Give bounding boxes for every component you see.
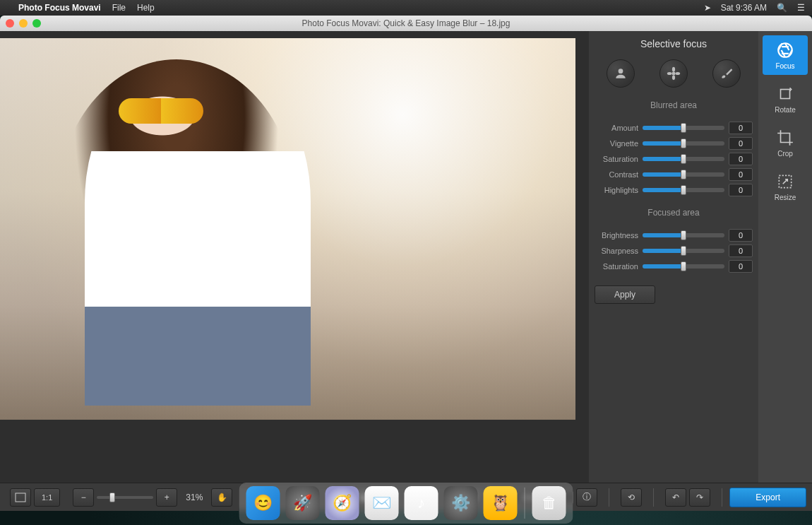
menubar-clock[interactable]: Sat 9:36 AM <box>721 3 767 13</box>
menubar-item-file[interactable]: File <box>112 3 126 13</box>
spotlight-icon[interactable]: 🔍 <box>777 3 787 13</box>
svg-point-1 <box>671 72 675 76</box>
macos-menubar: Photo Focus Movavi File Help ➤ Sat 9:36 … <box>0 0 812 16</box>
mode-brush-button[interactable] <box>712 59 741 88</box>
blurred-value-contrast[interactable]: 0 <box>729 168 753 181</box>
tool-crop[interactable]: Crop <box>763 123 808 163</box>
person-icon <box>614 66 628 81</box>
dock-divider <box>525 488 525 519</box>
blurred-label-saturation: Saturation <box>595 155 638 163</box>
right-panel: Selective focus Blurred area Amount0Vign… <box>589 31 758 483</box>
blurred-slider-contrast[interactable] <box>643 172 724 177</box>
dock-app-mail[interactable]: ✉️ <box>365 486 399 520</box>
blurred-row-saturation: Saturation0 <box>595 153 753 165</box>
tool-resize[interactable]: Resize <box>763 167 808 206</box>
panel-title: Selective focus <box>595 38 753 49</box>
blurred-row-highlights: Highlights0 <box>595 184 753 196</box>
focused-row-saturation: Saturation0 <box>595 260 753 273</box>
focused-slider-brightness[interactable] <box>643 233 724 237</box>
svg-point-3 <box>672 76 675 81</box>
zoom-in-icon: + <box>165 492 169 502</box>
location-icon[interactable]: ➤ <box>704 3 711 13</box>
dock-trash[interactable]: 🗑 <box>532 486 566 520</box>
focused-value-sharpness[interactable]: 0 <box>729 244 753 257</box>
svg-point-5 <box>675 72 680 75</box>
hand-icon: ✋ <box>217 492 227 502</box>
blurred-row-vignette: Vignette0 <box>595 137 753 150</box>
blurred-slider-amount[interactable] <box>643 126 724 130</box>
mode-macro-button[interactable] <box>659 59 688 88</box>
zoom-out-icon: − <box>81 492 86 502</box>
tool-strip: Focus Rotate Crop Resize <box>758 31 812 483</box>
blurred-value-vignette[interactable]: 0 <box>729 137 753 150</box>
blurred-label-amount: Amount <box>595 124 638 132</box>
dock-app-finder[interactable]: 😊 <box>246 486 280 520</box>
menubar-app-name[interactable]: Photo Focus Movavi <box>18 3 101 13</box>
window-close-button[interactable] <box>6 19 14 28</box>
blurred-label-vignette: Vignette <box>595 139 638 148</box>
flower-icon <box>667 66 681 81</box>
section-blurred-heading: Blurred area <box>595 100 753 110</box>
focused-row-sharpness: Sharpness0 <box>595 244 753 257</box>
blurred-label-highlights: Highlights <box>595 186 638 194</box>
apply-button[interactable]: Apply <box>595 285 655 304</box>
dock-app-safari[interactable]: 🧭 <box>326 486 359 520</box>
tool-focus-label: Focus <box>775 62 794 70</box>
brush-icon <box>720 66 734 81</box>
photo-canvas[interactable] <box>0 38 575 420</box>
svg-point-4 <box>667 72 672 75</box>
tool-crop-label: Crop <box>777 150 793 158</box>
pan-hand-button[interactable]: ✋ <box>211 488 232 507</box>
aperture-icon <box>776 41 794 59</box>
undo-icon: ↶ <box>672 492 679 502</box>
redo-button[interactable]: ↷ <box>689 488 710 507</box>
app-window: Photo Focus Movavi: Quick & Easy Image B… <box>0 16 812 511</box>
mode-portrait-button[interactable] <box>607 59 635 88</box>
focused-value-brightness[interactable]: 0 <box>729 229 753 242</box>
actual-size-button[interactable]: 1:1 <box>34 488 60 507</box>
fit-screen-button[interactable] <box>10 488 31 507</box>
focused-value-saturation[interactable]: 0 <box>729 260 753 273</box>
crop-icon <box>776 129 794 147</box>
dock-app-owl[interactable]: 🦉 <box>484 486 518 520</box>
info-icon: ⓘ <box>583 491 591 503</box>
tool-focus[interactable]: Focus <box>763 35 808 75</box>
canvas-area[interactable] <box>0 31 589 483</box>
tool-resize-label: Resize <box>775 194 796 201</box>
blurred-row-contrast: Contrast0 <box>595 168 753 181</box>
zoom-slider[interactable] <box>97 496 153 499</box>
blurred-value-saturation[interactable]: 0 <box>729 153 753 165</box>
menu-list-icon[interactable]: ☰ <box>797 3 805 13</box>
zoom-in-button[interactable]: + <box>156 488 177 507</box>
tool-rotate[interactable]: Rotate <box>763 79 808 119</box>
window-zoom-button[interactable] <box>32 19 41 28</box>
section-focused-heading: Focused area <box>595 208 753 218</box>
fit-icon <box>15 492 26 502</box>
blurred-slider-vignette[interactable] <box>643 141 724 146</box>
revert-icon: ⟲ <box>628 492 635 502</box>
blurred-slider-saturation[interactable] <box>643 157 724 161</box>
macos-dock: 😊 🚀 🧭 ✉️ ♪ ⚙️ 🦉 🗑 <box>239 483 573 524</box>
blurred-value-amount[interactable]: 0 <box>729 122 753 134</box>
info-button[interactable]: ⓘ <box>576 488 597 507</box>
focused-slider-saturation[interactable] <box>643 264 724 269</box>
dock-app-launchpad[interactable]: 🚀 <box>286 486 320 520</box>
blurred-slider-highlights[interactable] <box>643 188 724 192</box>
menubar-item-help[interactable]: Help <box>137 3 155 13</box>
blurred-label-contrast: Contrast <box>595 170 638 179</box>
focused-slider-sharpness[interactable] <box>643 249 724 253</box>
blurred-value-highlights[interactable]: 0 <box>729 184 753 196</box>
dock-app-music[interactable]: ♪ <box>405 486 438 520</box>
window-title: Photo Focus Movavi: Quick & Easy Image B… <box>0 18 812 28</box>
export-button[interactable]: Export <box>729 488 806 507</box>
window-minimize-button[interactable] <box>19 19 28 28</box>
rotate-icon <box>776 85 794 103</box>
zoom-out-button[interactable]: − <box>73 488 94 507</box>
focused-row-brightness: Brightness0 <box>595 229 753 242</box>
undo-all-button[interactable]: ⟲ <box>621 488 642 507</box>
undo-button[interactable]: ↶ <box>665 488 686 507</box>
svg-point-2 <box>672 67 675 72</box>
resize-icon <box>776 172 794 191</box>
window-titlebar[interactable]: Photo Focus Movavi: Quick & Easy Image B… <box>0 16 812 31</box>
dock-app-settings[interactable]: ⚙️ <box>444 486 478 520</box>
